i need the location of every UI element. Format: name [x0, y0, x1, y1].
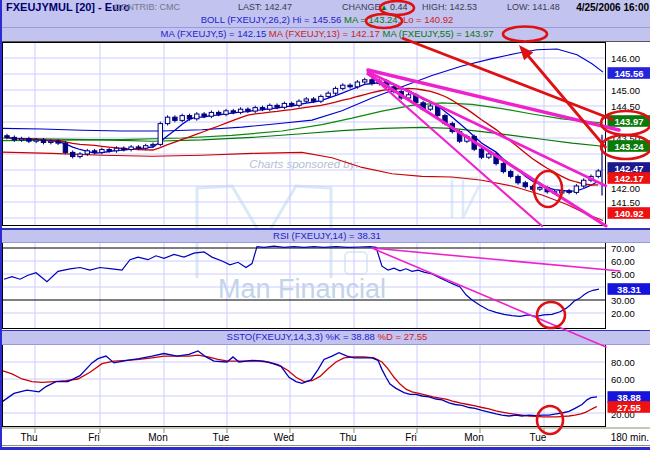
- svg-text:142.17: 142.17: [614, 173, 643, 184]
- ssto-legend-bar: SSTO(FXEUJY,14,3,3) %K = 38.88 %D = 27.5…: [2, 330, 650, 345]
- ssto-plot-area[interactable]: [2, 343, 606, 427]
- chart-canvas[interactable]: Charts sponsored by:Man Financial146.001…: [2, 0, 650, 450]
- price-axis-tick-142.00: 142.00: [611, 183, 640, 194]
- ma-legend-segment-2: MA (FXEUJY,55) =: [382, 28, 464, 39]
- boll-legend-segment-2: 143.24: [369, 14, 398, 25]
- change-value: 0.44: [390, 1, 408, 14]
- boll-legend-segment-3: , Lo = 140.92: [398, 14, 454, 25]
- datetime-field: 4/25/2006 16:00: [576, 1, 649, 14]
- change-label: CHANGE:: [342, 1, 383, 14]
- title-bar: FXEUJYMUL [20] - Euro CONTRIB: CMC LAST:…: [2, 0, 650, 15]
- ssto-axis-tick-80.00: 80.00: [611, 357, 635, 368]
- svg-text:38.31: 38.31: [617, 284, 641, 295]
- price-axis-tick-146.00: 146.00: [611, 53, 640, 64]
- day-label-3: Tue: [213, 432, 230, 443]
- rsi-legend-segment-0: RSI (FXEUJY,14) = 38.31: [273, 230, 381, 241]
- rsi-axis-tick-70.00: 70.00: [611, 243, 635, 254]
- moving-average-legend-bar: MA (FXEUJY,5) = 142.15 MA (FXEUJY,13) = …: [2, 28, 650, 42]
- rsi-axis-tick-60.00: 60.00: [611, 256, 635, 267]
- day-label-1: Fri: [88, 432, 100, 443]
- boll-legend-segment-0: BOLL (FXEUJY,26,2) Hi = 145.56: [201, 14, 344, 25]
- svg-text:27.55: 27.55: [617, 402, 641, 413]
- day-label-8: Tue: [530, 432, 547, 443]
- rsi-axis-tick-30.00: 30.00: [611, 295, 635, 306]
- rsi-plot-area[interactable]: [2, 240, 606, 329]
- low-field: LOW: 141.48: [507, 1, 560, 14]
- ssto-legend-segment-1: %D = 27.55: [378, 331, 428, 342]
- svg-text:140.92: 140.92: [614, 208, 643, 219]
- svg-text:143.97: 143.97: [614, 116, 643, 127]
- high-field: HIGH: 142.53: [422, 1, 477, 14]
- ma-legend-segment-3: 143.97: [464, 28, 493, 39]
- ma-legend-segment-1: MA (FXEUJY,13) = 142.17: [269, 28, 383, 39]
- main-plot-area[interactable]: [2, 42, 606, 226]
- ssto-legend-segment-0: SSTO(FXEUJY,14,3,3) %K = 38.88: [227, 331, 378, 342]
- rsi-axis-tick-20.00: 20.00: [611, 308, 635, 319]
- svg-text:145.56: 145.56: [614, 68, 643, 79]
- boll-legend-segment-1: MA =: [344, 14, 369, 25]
- ssto-axis-tick-60.00: 60.00: [611, 374, 635, 385]
- day-label-7: Mon: [464, 432, 483, 443]
- last-field: LAST: 142.47: [238, 1, 292, 14]
- svg-text:143.24: 143.24: [614, 141, 644, 152]
- interval-label: 180 min.: [611, 432, 649, 443]
- day-label-4: Wed: [274, 432, 294, 443]
- symbol-title: FXEUJYMUL [20] - Euro: [6, 1, 130, 14]
- day-label-2: Mon: [148, 432, 167, 443]
- rsi-axis-tick-50.00: 50.00: [611, 269, 635, 280]
- day-label-6: Fri: [405, 432, 417, 443]
- ma-legend-segment-0: MA (FXEUJY,5) = 142.15: [161, 28, 269, 39]
- price-axis-tick-144.50: 144.50: [611, 101, 640, 112]
- day-label-0: Thu: [20, 432, 37, 443]
- price-axis-tick-141.50: 141.50: [611, 197, 640, 208]
- change-up-arrow-icon: ▲: [380, 1, 388, 14]
- chart-window: Charts sponsored by:Man Financial146.001…: [0, 0, 650, 450]
- rsi-legend-bar: RSI (FXEUJY,14) = 38.31: [2, 228, 650, 243]
- contrib-field: CONTRIB: CMC: [114, 1, 180, 14]
- price-axis-tick-145.00: 145.00: [611, 85, 640, 96]
- bollinger-legend-bar: BOLL (FXEUJY,26,2) Hi = 145.56 MA = 143.…: [2, 14, 650, 28]
- day-label-5: Thu: [339, 432, 356, 443]
